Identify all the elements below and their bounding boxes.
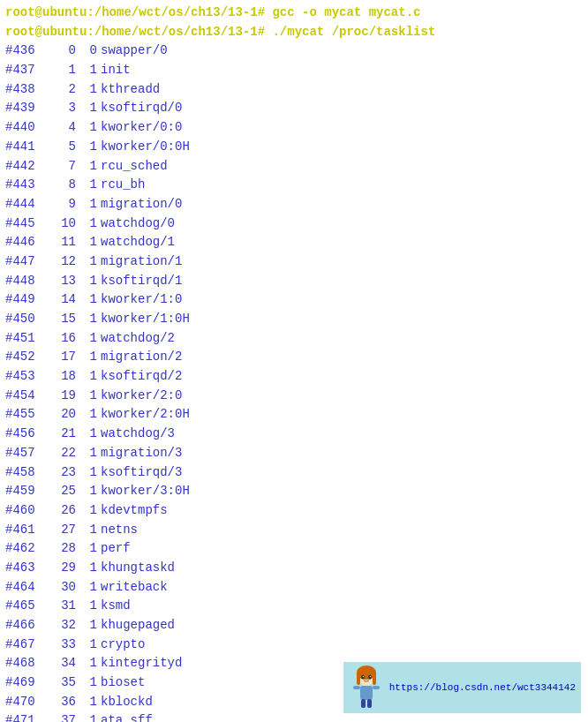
table-row: #466321khugepaged	[5, 616, 583, 636]
row-col2: 1	[79, 693, 97, 712]
row-pid: 27	[49, 521, 76, 540]
row-process-name: swapper/0	[101, 41, 168, 61]
table-row: #460261kdevtmpfs	[5, 501, 583, 521]
row-hash: #454	[5, 387, 49, 406]
row-hash: #465	[5, 597, 49, 616]
row-pid: 13	[49, 272, 76, 291]
row-pid: 34	[49, 654, 76, 673]
row-process-name: watchdog/3	[101, 425, 175, 444]
svg-rect-10	[373, 686, 380, 689]
row-col2: 1	[79, 673, 97, 693]
table-row: #461271netns	[5, 521, 583, 540]
row-pid: 17	[49, 348, 76, 367]
row-process-name: watchdog/1	[101, 233, 175, 252]
row-hash: #459	[5, 482, 49, 501]
row-process-name: kblockd	[101, 693, 153, 712]
table-row: #448131ksoftirqd/1	[5, 272, 583, 291]
row-col2: 1	[79, 367, 97, 387]
row-col2: 1	[79, 290, 97, 310]
row-pid: 16	[49, 329, 76, 349]
row-pid: 9	[49, 195, 76, 214]
row-process-name: kworker/1:0	[101, 290, 182, 310]
row-process-name: netns	[101, 521, 138, 540]
row-col2: 1	[79, 272, 97, 291]
table-row: #458231ksoftirqd/3	[5, 463, 583, 483]
row-hash: #468	[5, 654, 49, 673]
row-pid: 11	[49, 233, 76, 252]
svg-rect-9	[353, 686, 360, 689]
row-hash: #446	[5, 233, 49, 252]
row-hash: #469	[5, 673, 49, 693]
row-pid: 0	[49, 41, 76, 61]
row-col2: 1	[79, 463, 97, 483]
row-hash: #438	[5, 80, 49, 100]
row-pid: 10	[49, 214, 76, 234]
row-pid: 14	[49, 290, 76, 310]
row-pid: 4	[49, 118, 76, 138]
row-col2: 1	[79, 616, 97, 636]
row-process-name: rcu_sched	[101, 157, 168, 177]
row-process-name: perf	[101, 539, 131, 559]
row-process-name: khugepaged	[101, 616, 175, 636]
table-row: #447121migration/1	[5, 252, 583, 272]
row-col2: 1	[79, 176, 97, 195]
row-pid: 33	[49, 636, 76, 655]
prompt-line-1: root@ubuntu:/home/wct/os/ch13/13-1# gcc …	[5, 4, 583, 23]
row-hash: #461	[5, 521, 49, 540]
table-row: #445101watchdog/0	[5, 214, 583, 234]
row-col2: 1	[79, 61, 97, 80]
row-hash: #443	[5, 176, 49, 195]
table-row: #44271rcu_sched	[5, 157, 583, 177]
row-process-name: kdevtmpfs	[101, 501, 168, 521]
row-col2: 1	[79, 195, 97, 214]
row-hash: #457	[5, 444, 49, 463]
row-process-name: migration/1	[101, 252, 182, 272]
row-process-name: rcu_bh	[101, 176, 145, 195]
table-row: #43821kthreadd	[5, 80, 583, 100]
row-col2: 1	[79, 654, 97, 673]
table-row: #44491migration/0	[5, 195, 583, 214]
row-process-name: crypto	[101, 636, 145, 655]
table-row: #456211watchdog/3	[5, 425, 583, 444]
row-col2: 1	[79, 539, 97, 559]
row-col2: 1	[79, 405, 97, 425]
row-process-name: kthreadd	[101, 80, 160, 100]
row-process-name: ksmd	[101, 597, 131, 616]
row-process-name: khungtaskd	[101, 559, 175, 578]
row-pid: 36	[49, 693, 76, 712]
row-col2: 1	[79, 482, 97, 501]
table-row: #471371ata_sff	[5, 711, 583, 722]
row-hash: #456	[5, 425, 49, 444]
row-hash: #464	[5, 578, 49, 598]
svg-rect-2	[357, 673, 360, 685]
row-col2: 1	[79, 559, 97, 578]
row-col2: 1	[79, 157, 97, 177]
row-pid: 30	[49, 578, 76, 598]
row-pid: 28	[49, 539, 76, 559]
anime-icon	[349, 666, 384, 710]
watermark: https://blog.csdn.net/wct3344142	[343, 662, 581, 713]
row-hash: #470	[5, 693, 49, 712]
table-row: #462281perf	[5, 539, 583, 559]
row-hash: #463	[5, 559, 49, 578]
row-col2: 1	[79, 214, 97, 234]
table-row: #44381rcu_bh	[5, 176, 583, 195]
row-process-name: ata_sff	[101, 711, 153, 722]
row-pid: 2	[49, 80, 76, 100]
row-col2: 1	[79, 348, 97, 367]
table-row: #44041kworker/0:0	[5, 118, 583, 138]
row-hash: #455	[5, 405, 49, 425]
row-col2: 1	[79, 425, 97, 444]
row-col2: 1	[79, 310, 97, 329]
table-row: #463291khungtaskd	[5, 559, 583, 578]
row-pid: 15	[49, 310, 76, 329]
table-row: #453181ksoftirqd/2	[5, 367, 583, 387]
row-col2: 1	[79, 711, 97, 722]
table-row: #44151kworker/0:0H	[5, 138, 583, 157]
table-row: #459251kworker/3:0H	[5, 482, 583, 501]
row-pid: 7	[49, 157, 76, 177]
row-pid: 5	[49, 138, 76, 157]
row-hash: #444	[5, 195, 49, 214]
row-process-name: migration/0	[101, 195, 182, 214]
row-process-name: kworker/0:0H	[101, 138, 190, 157]
